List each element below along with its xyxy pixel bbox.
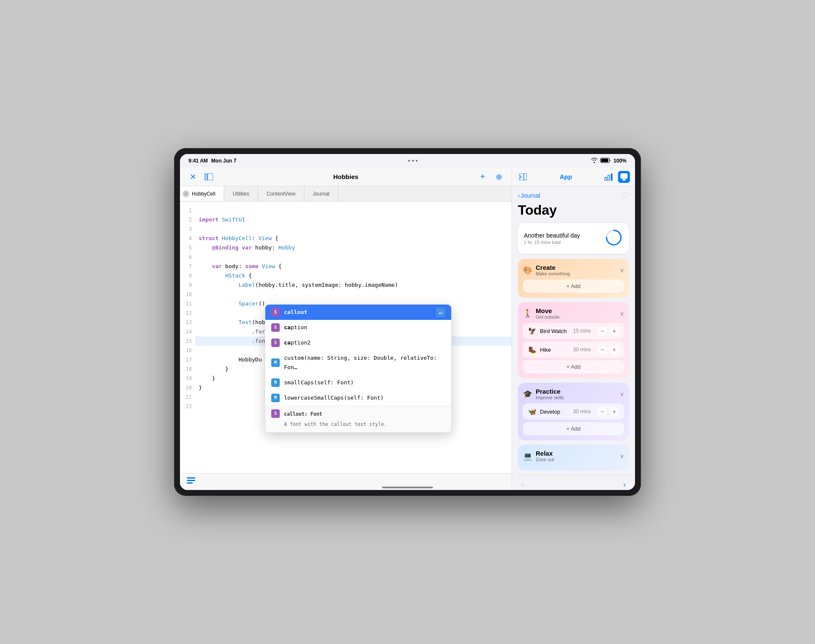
- code-line-1: [195, 206, 511, 215]
- toolbar-left: ✕: [187, 171, 215, 183]
- tab-journal[interactable]: Journal: [304, 186, 338, 201]
- battery-icon: [600, 158, 611, 164]
- ac-item-smallcaps[interactable]: M smallCaps(self: Font): [265, 375, 451, 390]
- status-bar: 9:41 AM Mon Jun 7 •••: [180, 154, 635, 168]
- autocomplete-popup: S callout ↵ S caption S caption2: [265, 304, 452, 433]
- journal-next-button[interactable]: ›: [620, 479, 629, 490]
- section-practice: 🎓 Practice Improve skills ∨ 🦋 Develop 30…: [518, 383, 629, 440]
- section-relax-chevron[interactable]: ∨: [620, 453, 624, 459]
- ac-item-caption[interactable]: S caption: [265, 320, 451, 335]
- section-move-chevron[interactable]: ∨: [620, 310, 624, 317]
- code-area[interactable]: 12345 678910 1112131415 1617181920 2122 …: [180, 202, 511, 473]
- practice-icon: 🎓: [523, 389, 532, 399]
- status-dots: •••: [236, 157, 591, 164]
- journal-title: Today: [518, 202, 629, 218]
- hike-controls: − +: [598, 345, 619, 354]
- ac-badge-m2: M: [271, 378, 280, 387]
- right-toolbar: App: [512, 168, 635, 186]
- journal-panel[interactable]: ‹ Journal ♡ Today Another beautiful day …: [512, 186, 635, 490]
- journal-back-label: Journal: [521, 192, 540, 199]
- tab-content-view[interactable]: ContentView: [258, 186, 304, 201]
- code-line-7: var body: some View {: [195, 262, 511, 271]
- section-relax-header: 💻 Relax Zone out ∨: [523, 450, 624, 462]
- device-view-button[interactable]: [618, 171, 630, 183]
- ac-badge-s2: S: [271, 323, 280, 332]
- bird-watch-icon: 🦅: [528, 327, 537, 335]
- ipad-frame: 9:41 AM Mon Jun 7 •••: [174, 148, 641, 496]
- tab-hobby-cell[interactable]: HobbyCell: [180, 186, 224, 201]
- code-line-10: [195, 290, 511, 299]
- svg-rect-5: [187, 477, 195, 479]
- section-practice-sub: Improve skills: [536, 395, 620, 400]
- journal-favorite-button[interactable]: ♡: [621, 190, 629, 201]
- develop-minus[interactable]: −: [598, 407, 607, 416]
- close-button[interactable]: ✕: [187, 171, 199, 183]
- ac-footer-desc: A font with the callout text style.: [284, 420, 387, 429]
- editor-bottom-bar: [180, 473, 511, 490]
- sidebar-toggle-button[interactable]: [203, 171, 215, 183]
- develop-plus[interactable]: +: [610, 407, 619, 416]
- app-label: App: [532, 173, 599, 180]
- list-view-button[interactable]: [187, 477, 195, 486]
- ac-item-lowercase[interactable]: M lowercaseSmallCaps(self: Font): [265, 390, 451, 406]
- ac-text-caption2: caption2: [284, 338, 445, 347]
- ac-return-icon: ↵: [436, 308, 445, 317]
- editor-panel: ✕ Hobbies + ⊕: [180, 168, 512, 490]
- ipad-screen: 9:41 AM Mon Jun 7 •••: [180, 154, 635, 490]
- status-right: 100%: [591, 158, 627, 164]
- more-options-button[interactable]: ⊕: [493, 171, 505, 183]
- journal-prev-button[interactable]: ‹: [518, 479, 527, 490]
- activity-bird-watch: 🦅 Bird Watch 15 mins − +: [523, 323, 624, 339]
- tab-utilities[interactable]: Utilities: [224, 186, 258, 201]
- develop-icon: 🦋: [528, 408, 537, 416]
- section-create-sub: Make something: [536, 271, 620, 276]
- bar-chart-button[interactable]: [603, 171, 615, 183]
- progress-ring: [604, 228, 623, 249]
- wifi-icon: [591, 158, 598, 164]
- activity-develop: 🦋 Develop 30 mins − +: [523, 403, 624, 420]
- section-move-sub: Get outside: [536, 314, 620, 319]
- status-time: 9:41 AM: [188, 158, 208, 164]
- code-line-6: [195, 252, 511, 262]
- section-practice-header: 🎓 Practice Improve skills ∨: [523, 388, 624, 400]
- create-add-button[interactable]: + Add: [523, 280, 624, 293]
- ac-item-caption2[interactable]: S caption2: [265, 335, 451, 350]
- ac-item-callout[interactable]: S callout ↵: [265, 305, 451, 320]
- hike-name: Hike: [540, 347, 570, 353]
- home-indicator: [382, 487, 433, 488]
- ac-badge-m3: M: [271, 394, 280, 402]
- svg-rect-11: [608, 175, 610, 181]
- section-create-header: 🎨 Create Make something ∨: [523, 264, 624, 276]
- hike-minus[interactable]: −: [598, 345, 607, 354]
- main-area: ✕ Hobbies + ⊕: [180, 168, 635, 490]
- ac-badge-s: S: [271, 308, 280, 316]
- bird-watch-plus[interactable]: +: [610, 326, 619, 336]
- ac-text-lowercase: lowercaseSmallCaps(self: Font): [284, 393, 445, 403]
- ac-item-custom[interactable]: M custom(name: String, size: Double, rel…: [265, 350, 451, 375]
- toolbar-right: + ⊕: [477, 171, 505, 183]
- journal-back-button[interactable]: ‹ Journal: [518, 192, 540, 199]
- move-add-button[interactable]: + Add: [523, 360, 624, 373]
- today-card-subtitle: 1 hr, 15 mins total: [524, 240, 600, 245]
- practice-add-button[interactable]: + Add: [523, 422, 624, 435]
- section-create-title-area: Create Make something: [536, 264, 620, 276]
- add-file-button[interactable]: +: [477, 171, 489, 183]
- editor-toolbar: ✕ Hobbies + ⊕: [180, 168, 511, 186]
- rt-right-icons: [603, 171, 630, 183]
- section-create-chevron[interactable]: ∨: [620, 267, 624, 274]
- section-move: 🚶 Move Get outside ∨ 🦅 Bird Watch 15 min…: [518, 302, 629, 378]
- develop-controls: − +: [598, 407, 619, 416]
- section-practice-chevron[interactable]: ∨: [620, 391, 624, 398]
- svg-rect-6: [187, 480, 195, 481]
- section-relax-title-area: Relax Zone out: [536, 450, 620, 462]
- svg-rect-8: [519, 174, 527, 180]
- inspector-toggle-button[interactable]: [517, 171, 529, 183]
- section-create: 🎨 Create Make something ∨ + Add: [518, 259, 629, 298]
- bird-watch-minus[interactable]: −: [598, 326, 607, 336]
- hike-plus[interactable]: +: [610, 345, 619, 354]
- section-move-title-area: Move Get outside: [536, 307, 620, 319]
- hike-icon: 🥾: [528, 346, 537, 354]
- today-card: Another beautiful day 1 hr, 15 mins tota…: [518, 223, 629, 254]
- code-line-5: @Binding var hobby: Hobby: [195, 243, 511, 252]
- ac-footer: S callout: Font A font with the callout …: [265, 406, 451, 432]
